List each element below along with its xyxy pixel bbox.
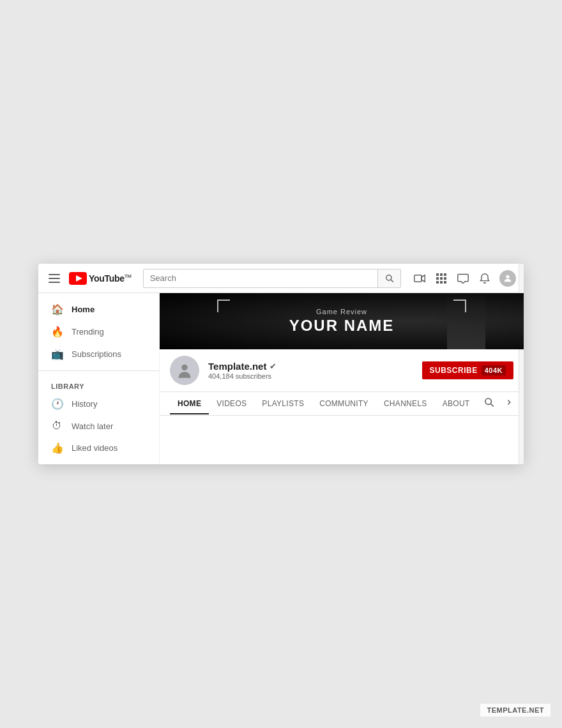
sidebar-item-home[interactable]: 🏠 Home	[38, 298, 159, 321]
channel-content: Game Review YOUR NAME Template.ne	[160, 293, 524, 464]
sidebar-label-trending: Trending	[72, 327, 104, 337]
svg-line-3	[390, 279, 393, 282]
search-bar	[143, 269, 401, 288]
sidebar-label-liked: Liked videos	[72, 443, 118, 453]
sidebar-label-watch-later: Watch later	[72, 421, 113, 431]
tab-home[interactable]: HOME	[170, 393, 209, 414]
trending-icon: 🔥	[51, 326, 63, 338]
banner-bracket-top-left	[217, 300, 230, 312]
svg-rect-14	[444, 281, 446, 284]
sidebar: 🏠 Home 🔥 Trending 📺 Subscriptions LIBRAR…	[38, 293, 160, 464]
top-right-icons	[413, 270, 516, 287]
sidebar-item-liked-videos[interactable]: 👍 Liked videos	[38, 437, 159, 459]
svg-point-2	[386, 275, 391, 280]
channel-info-bar: Template.net ✔ 404,184 subscribers SUBSC…	[160, 349, 524, 392]
svg-rect-12	[436, 281, 439, 284]
logo-tm: TM	[125, 273, 132, 279]
sidebar-item-trending[interactable]: 🔥 Trending	[38, 321, 159, 343]
svg-rect-11	[444, 277, 446, 280]
youtube-logo[interactable]: YouTubeTM	[69, 272, 132, 285]
tab-more-icon[interactable]	[501, 393, 517, 414]
page-background: YouTubeTM	[0, 0, 562, 728]
banner-title: YOUR NAME	[289, 317, 395, 335]
tab-about[interactable]: ABOUT	[435, 393, 478, 414]
liked-icon: 👍	[51, 442, 63, 454]
sidebar-label-home: Home	[72, 305, 95, 314]
logo-text: YouTube	[89, 273, 125, 284]
channel-subscribers: 404,184 subscribers	[208, 372, 413, 380]
subscribe-label: SUBSCRIBE	[430, 366, 478, 375]
subscribe-button[interactable]: SUBSCRIBE 404K	[422, 361, 513, 379]
search-input[interactable]	[144, 273, 377, 283]
browser-window: YouTubeTM	[38, 264, 524, 464]
svg-point-15	[506, 275, 509, 278]
sidebar-item-history[interactable]: 🕐 History	[38, 393, 159, 415]
banner-figure	[447, 293, 485, 349]
hamburger-icon[interactable]	[46, 271, 63, 285]
svg-rect-4	[414, 275, 422, 282]
channel-avatar	[170, 356, 199, 385]
user-avatar[interactable]	[499, 270, 516, 287]
video-camera-icon[interactable]	[413, 271, 427, 285]
subscribe-count: 404K	[482, 365, 506, 375]
watermark: TEMPLATE.NET	[480, 704, 551, 717]
svg-rect-13	[440, 281, 443, 284]
sidebar-label-subscriptions: Subscriptions	[72, 349, 121, 359]
tab-videos[interactable]: VIDEOS	[209, 393, 254, 414]
svg-point-17	[485, 398, 491, 404]
channel-name-row: Template.net ✔	[208, 361, 413, 372]
top-bar: YouTubeTM	[38, 264, 524, 293]
tab-community[interactable]: COMMUNITY	[312, 393, 376, 414]
svg-line-18	[490, 404, 494, 407]
chat-icon[interactable]	[456, 271, 470, 285]
tab-channels[interactable]: CHANNELS	[376, 393, 435, 414]
tab-playlists[interactable]: PLAYLISTS	[254, 393, 312, 414]
sidebar-divider	[38, 370, 159, 371]
home-icon: 🏠	[51, 303, 63, 315]
svg-rect-10	[440, 277, 443, 280]
svg-rect-6	[436, 273, 439, 276]
svg-point-16	[181, 365, 187, 370]
watch-later-icon: ⏱	[51, 420, 63, 432]
sidebar-label-history: History	[72, 399, 97, 409]
svg-rect-7	[440, 273, 443, 276]
library-section-label: LIBRARY	[38, 376, 159, 393]
channel-tabs: HOME VIDEOS PLAYLISTS COMMUNITY CHANNELS	[160, 392, 524, 416]
bell-icon[interactable]	[478, 271, 492, 285]
banner-text: Game Review YOUR NAME	[289, 308, 395, 335]
channel-name: Template.net	[208, 361, 266, 372]
sidebar-item-watch-later[interactable]: ⏱ Watch later	[38, 415, 159, 437]
svg-marker-5	[422, 275, 425, 282]
apps-icon[interactable]	[434, 271, 448, 285]
svg-rect-9	[436, 277, 439, 280]
svg-rect-8	[444, 273, 446, 276]
subscriptions-icon: 📺	[51, 348, 63, 360]
main-area: 🏠 Home 🔥 Trending 📺 Subscriptions LIBRAR…	[38, 293, 524, 464]
verified-badge: ✔	[270, 361, 277, 371]
channel-banner: Game Review YOUR NAME	[160, 293, 524, 349]
tab-search-icon[interactable]	[478, 392, 501, 415]
search-button[interactable]	[377, 269, 400, 288]
sidebar-item-subscriptions[interactable]: 📺 Subscriptions	[38, 343, 159, 365]
history-icon: 🕐	[51, 398, 63, 410]
banner-bracket-top-right	[453, 300, 466, 312]
banner-subtitle: Game Review	[289, 308, 395, 315]
channel-meta: Template.net ✔ 404,184 subscribers	[208, 361, 413, 380]
